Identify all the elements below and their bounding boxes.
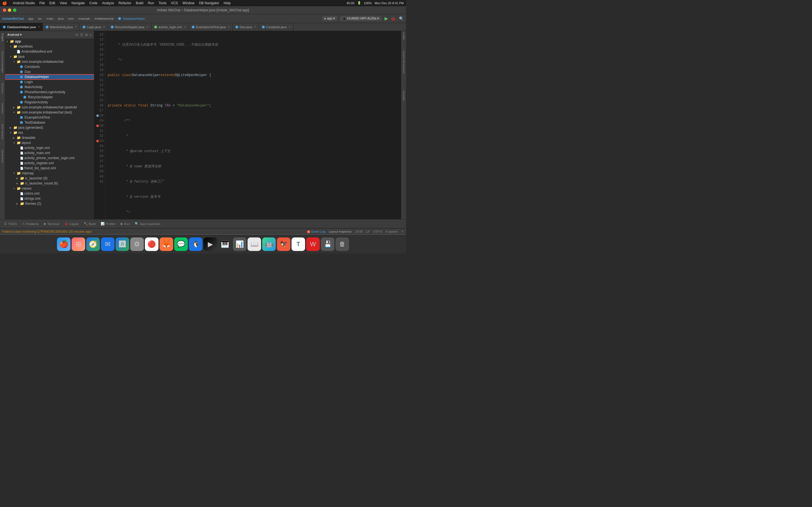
dock-qq[interactable]: 🐧: [189, 237, 202, 251]
tree-item-activity-login-xml[interactable]: 📄 activity_login.xml: [5, 145, 94, 151]
tree-item-mainactivity[interactable]: MainActivity: [5, 84, 94, 90]
tree-item-login[interactable]: Login: [5, 79, 94, 84]
tab-databasehelper[interactable]: DatabaseHelper.java ×: [0, 23, 43, 31]
tree-item-activity-main-xml[interactable]: 📄 activity_main.xml: [5, 151, 94, 156]
device-file-tab[interactable]: Device File Explorer: [402, 51, 405, 74]
tree-item-res[interactable]: ▼ 📁 res: [5, 130, 94, 135]
tree-item-app[interactable]: ▼ 📁 app: [5, 39, 94, 44]
code-content[interactable]: * 注意24行传入的版本号「VERSION_CODE」，不能比往期版本低 */ …: [105, 31, 401, 219]
tab-close-example[interactable]: ×: [228, 25, 230, 29]
menu-build[interactable]: Build: [136, 1, 144, 5]
dock-launchpad[interactable]: ⊞: [71, 237, 85, 251]
tree-item-drawable[interactable]: ▶ 📁 drawable: [5, 135, 94, 140]
dock-files[interactable]: 💾: [321, 237, 335, 251]
dock-trash[interactable]: 🗑: [336, 237, 349, 251]
dock-finder[interactable]: 🍎: [57, 237, 70, 251]
tab-dao[interactable]: Dao.java ×: [233, 23, 259, 31]
tree-item-manifests[interactable]: ▼ 📁 manifests: [5, 44, 94, 49]
project-dropdown[interactable]: ImitateWeChat: [2, 17, 24, 20]
tree-item-phonenumber[interactable]: PhoneNumberLoginActivity: [5, 90, 94, 95]
tab-constants[interactable]: Constants.java ×: [259, 23, 294, 31]
dock-firefox[interactable]: 🦊: [160, 237, 173, 251]
dock-wechat[interactable]: 💬: [174, 237, 188, 251]
favorites-icon[interactable]: Favorites: [1, 103, 4, 114]
tab-exampleunittest[interactable]: ExampleUnitTest.java ×: [189, 23, 233, 31]
layout-inspector-link[interactable]: Layout Inspector: [329, 230, 352, 233]
tree-item-mipmap[interactable]: ▼ 📁 mipmap: [5, 171, 94, 176]
tree-item-phone-xml[interactable]: 📄 activity_phone_number_login.xml: [5, 156, 94, 161]
menu-code[interactable]: Code: [89, 1, 98, 5]
tree-item-colors-xml[interactable]: 📄 colors.xml: [5, 191, 94, 196]
tree-item-com-example[interactable]: ▼ 📁 com.example.imitatewechat: [5, 59, 94, 64]
todo-tab[interactable]: ☰ TODO: [2, 219, 18, 228]
profiler-tab[interactable]: 📊 Profiler: [99, 219, 117, 228]
tree-item-friendlist-xml[interactable]: 📄 friend_list_layout.xml: [5, 166, 94, 171]
tree-item-java[interactable]: ▼ 📁 java: [5, 54, 94, 59]
tree-item-exampleunittest[interactable]: ExampleUnitTest: [5, 115, 94, 120]
device-name[interactable]: 📱 HUAWEI HRY-AL00a ▾: [340, 16, 381, 21]
build-tab[interactable]: 🔨 Build: [82, 219, 97, 228]
dock-swift[interactable]: 🦅: [277, 237, 290, 251]
tab-close-databasehelper[interactable]: ×: [38, 25, 40, 29]
dock-chrome[interactable]: 🔴: [145, 237, 158, 251]
tab-activity-login-xml[interactable]: activity_login.xml ×: [151, 23, 189, 31]
menu-run[interactable]: Run: [148, 1, 154, 5]
menu-android-studio[interactable]: Android Studio: [13, 1, 35, 5]
app-inspection-tab[interactable]: 🔍 App Inspection: [133, 219, 162, 228]
tree-item-com-android[interactable]: ▶ 📁 com.example.imitatewechat (android: [5, 105, 94, 110]
dock-safari[interactable]: 🧭: [86, 237, 100, 251]
problems-tab[interactable]: ⚠ Problems: [20, 219, 41, 228]
tree-item-values[interactable]: ▼ 📁 values: [5, 186, 94, 191]
menu-navigate[interactable]: Navigate: [71, 1, 85, 5]
search-everywhere[interactable]: 🔍: [399, 16, 404, 21]
tree-item-iclauncher[interactable]: ▶ 📁 ic_launcher (6): [5, 176, 94, 181]
device-selector[interactable]: ▸ app ▾: [322, 16, 337, 21]
menu-window[interactable]: Window: [183, 1, 195, 5]
menu-analyze[interactable]: Analyze: [102, 1, 114, 5]
settings-icon[interactable]: ⚙: [85, 33, 88, 37]
tree-item-constants[interactable]: Constants: [5, 64, 94, 69]
tab-close-constants[interactable]: ×: [289, 25, 290, 29]
dock-systemprefs[interactable]: ⚙: [130, 237, 144, 251]
menu-tools[interactable]: Tools: [158, 1, 166, 5]
tab-login[interactable]: Login.java ×: [80, 23, 108, 31]
tab-recycleradapter[interactable]: RecyclerAdapter.java ×: [108, 23, 151, 31]
menu-refactor[interactable]: Refactor: [118, 1, 131, 5]
menu-help[interactable]: Help: [223, 1, 231, 5]
run-tab[interactable]: ▶ Run: [119, 219, 132, 228]
dock-mail[interactable]: ✉: [101, 237, 114, 251]
run-button[interactable]: ▶: [385, 16, 388, 21]
tree-item-themes[interactable]: ▶ 📁 themes (2): [5, 201, 94, 206]
gradle-tab[interactable]: Gradle: [402, 32, 405, 40]
tree-item-dao[interactable]: Dao: [5, 69, 94, 74]
structure-icon[interactable]: Structure: [1, 83, 4, 94]
dock-android-studio[interactable]: 🤖: [262, 237, 276, 251]
resource-manager-icon[interactable]: Resource Manager: [1, 51, 4, 73]
maximize-button[interactable]: [13, 8, 16, 12]
emulator-tab[interactable]: Emulator: [402, 91, 405, 101]
close-button[interactable]: [3, 8, 6, 12]
project-dropdown-selector[interactable]: Android ▾: [7, 33, 22, 37]
debug-button[interactable]: 🐞: [391, 16, 396, 21]
tab-close-recycler[interactable]: ×: [147, 25, 148, 29]
menu-dbnavigator[interactable]: DB Navigator: [199, 1, 219, 5]
minimize-button[interactable]: [8, 8, 11, 12]
close-panel-icon[interactable]: ×: [90, 33, 92, 37]
tree-item-strings-xml[interactable]: 📄 strings.xml: [5, 196, 94, 201]
tree-item-register[interactable]: RegisterActivity: [5, 100, 94, 105]
project-tab-icon[interactable]: Project: [1, 33, 4, 41]
code-area[interactable]: 12 13 14 15 16 17 18 19 20 21 22 23 24 2…: [94, 31, 401, 219]
dock-appstore[interactable]: 🅰: [116, 237, 129, 251]
tree-item-testdatabase[interactable]: TestDatabase: [5, 120, 94, 125]
tree-item-databasehelper[interactable]: DatabaseHelper: [5, 74, 94, 79]
dock-jetbrains[interactable]: ▶: [204, 237, 217, 251]
tab-close-dao[interactable]: ×: [254, 25, 256, 29]
tab-close-login[interactable]: ×: [103, 25, 105, 29]
terminal-tab[interactable]: ▶ Terminal: [42, 219, 61, 228]
tree-item-layout[interactable]: ▼ 📁 layout: [5, 140, 94, 145]
tree-item-iclauncher-round[interactable]: ▶ 📁 ic_launcher_round (6): [5, 181, 94, 186]
db-browser-icon[interactable]: DB Browser: [1, 150, 4, 163]
menu-view[interactable]: View: [60, 1, 67, 5]
apple-menu[interactable]: 🍎: [2, 1, 7, 5]
logcat-tab[interactable]: 🐞 Logcat: [63, 219, 80, 228]
